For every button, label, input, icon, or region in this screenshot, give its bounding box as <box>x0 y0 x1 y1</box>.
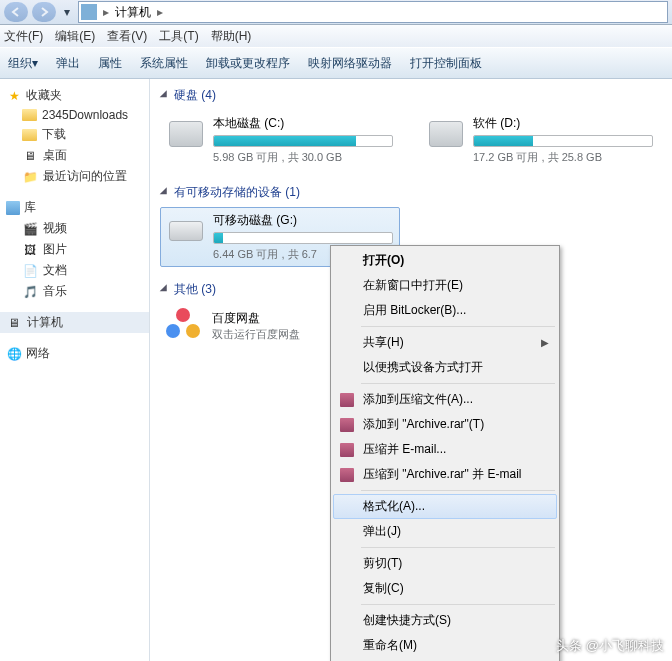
drive-label: 本地磁盘 (C:) <box>213 115 393 132</box>
triangle-icon <box>160 187 171 198</box>
drive-d[interactable]: 软件 (D:) 17.2 GB 可用 , 共 25.8 GB <box>420 110 660 170</box>
cm-portable[interactable]: 以便携式设备方式打开 <box>333 355 557 380</box>
sidebar-item-music[interactable]: 🎵音乐 <box>0 281 149 302</box>
sidebar-item-desktop[interactable]: 🖥桌面 <box>0 145 149 166</box>
cm-compress-to-email[interactable]: 压缩到 "Archive.rar" 并 E-mail <box>333 462 557 487</box>
menu-view[interactable]: 查看(V) <box>107 28 147 45</box>
cm-eject[interactable]: 弹出(J) <box>333 519 557 544</box>
capacity-bar <box>213 232 393 244</box>
sidebar: ★收藏夹 2345Downloads 下载 🖥桌面 📁最近访问的位置 库 🎬视频… <box>0 79 150 661</box>
back-button[interactable] <box>4 2 28 22</box>
rar-icon <box>339 392 355 408</box>
cm-bitlocker[interactable]: 启用 BitLocker(B)... <box>333 298 557 323</box>
menu-edit[interactable]: 编辑(E) <box>55 28 95 45</box>
cm-cut[interactable]: 剪切(T) <box>333 551 557 576</box>
sidebar-computer[interactable]: 🖥计算机 <box>0 312 149 333</box>
video-icon: 🎬 <box>22 221 38 237</box>
sidebar-item-video[interactable]: 🎬视频 <box>0 218 149 239</box>
image-icon: 🖼 <box>22 242 38 258</box>
sidebar-favorites[interactable]: ★收藏夹 <box>0 85 149 106</box>
cm-share[interactable]: 共享(H)▶ <box>333 330 557 355</box>
cm-format[interactable]: 格式化(A)... <box>333 494 557 519</box>
drive-c[interactable]: 本地磁盘 (C:) 5.98 GB 可用 , 共 30.0 GB <box>160 110 400 170</box>
separator <box>361 547 555 548</box>
cm-add-to-archive[interactable]: 添加到 "Archive.rar"(T) <box>333 412 557 437</box>
cm-compress-email[interactable]: 压缩并 E-mail... <box>333 437 557 462</box>
cm-rename[interactable]: 重命名(M) <box>333 633 557 658</box>
capacity-bar <box>473 135 653 147</box>
app-sub: 双击运行百度网盘 <box>212 327 300 342</box>
rar-icon <box>339 442 355 458</box>
cm-open[interactable]: 打开(O) <box>333 248 557 273</box>
drive-stat: 5.98 GB 可用 , 共 30.0 GB <box>213 150 393 165</box>
drive-label: 软件 (D:) <box>473 115 653 132</box>
document-icon: 📄 <box>22 263 38 279</box>
drive-label: 可移动磁盘 (G:) <box>213 212 393 229</box>
recent-icon: 📁 <box>22 169 38 185</box>
star-icon: ★ <box>6 88 22 104</box>
folder-icon <box>22 109 37 121</box>
hdd-icon <box>167 115 205 153</box>
cm-shortcut[interactable]: 创建快捷方式(S) <box>333 608 557 633</box>
tool-properties[interactable]: 属性 <box>98 55 122 72</box>
hdd-icon <box>427 115 465 153</box>
drive-stat: 17.2 GB 可用 , 共 25.8 GB <box>473 150 653 165</box>
rar-icon <box>339 467 355 483</box>
network-icon: 🌐 <box>6 346 22 362</box>
menubar: 文件(F) 编辑(E) 查看(V) 工具(T) 帮助(H) <box>0 25 672 47</box>
sidebar-item-downloads[interactable]: 2345Downloads <box>0 106 149 124</box>
usb-icon <box>167 212 205 250</box>
cm-new-window[interactable]: 在新窗口中打开(E) <box>333 273 557 298</box>
context-menu: 打开(O) 在新窗口中打开(E) 启用 BitLocker(B)... 共享(H… <box>330 245 560 661</box>
sidebar-library[interactable]: 库 <box>0 197 149 218</box>
separator <box>361 326 555 327</box>
tool-sysprops[interactable]: 系统属性 <box>140 55 188 72</box>
baidu-netdisk-icon <box>166 308 202 344</box>
separator <box>361 490 555 491</box>
menu-tools[interactable]: 工具(T) <box>159 28 198 45</box>
cm-add-archive[interactable]: 添加到压缩文件(A)... <box>333 387 557 412</box>
menu-help[interactable]: 帮助(H) <box>211 28 252 45</box>
sidebar-item-pictures[interactable]: 🖼图片 <box>0 239 149 260</box>
computer-icon: 🖥 <box>6 315 22 331</box>
folder-icon <box>22 129 37 141</box>
app-name: 百度网盘 <box>212 310 300 327</box>
tool-ctrlpanel[interactable]: 打开控制面板 <box>410 55 482 72</box>
history-dropdown[interactable]: ▾ <box>60 2 74 22</box>
category-hdd[interactable]: 硬盘 (4) <box>160 87 662 104</box>
address-bar[interactable]: ▸ 计算机 ▸ <box>78 1 668 23</box>
computer-icon <box>81 4 97 20</box>
chevron-right-icon[interactable]: ▸ <box>155 5 165 19</box>
tool-mapdrive[interactable]: 映射网络驱动器 <box>308 55 392 72</box>
library-icon <box>6 201 20 215</box>
separator <box>361 383 555 384</box>
menu-file[interactable]: 文件(F) <box>4 28 43 45</box>
tool-uninstall[interactable]: 卸载或更改程序 <box>206 55 290 72</box>
toolbar: 组织 ▾ 弹出 属性 系统属性 卸载或更改程序 映射网络驱动器 打开控制面板 <box>0 47 672 79</box>
sidebar-network[interactable]: 🌐网络 <box>0 343 149 364</box>
separator <box>361 604 555 605</box>
chevron-right-icon[interactable]: ▸ <box>101 5 111 19</box>
tool-eject[interactable]: 弹出 <box>56 55 80 72</box>
triangle-icon <box>160 90 171 101</box>
breadcrumb-computer[interactable]: 计算机 <box>111 4 155 21</box>
capacity-bar <box>213 135 393 147</box>
sidebar-item-download[interactable]: 下载 <box>0 124 149 145</box>
titlebar: ▾ ▸ 计算机 ▸ <box>0 0 672 25</box>
sidebar-item-documents[interactable]: 📄文档 <box>0 260 149 281</box>
forward-button[interactable] <box>32 2 56 22</box>
rar-icon <box>339 417 355 433</box>
tool-organize[interactable]: 组织 ▾ <box>8 55 38 72</box>
sidebar-item-recent[interactable]: 📁最近访问的位置 <box>0 166 149 187</box>
music-icon: 🎵 <box>22 284 38 300</box>
desktop-icon: 🖥 <box>22 148 38 164</box>
cm-copy[interactable]: 复制(C) <box>333 576 557 601</box>
chevron-right-icon: ▶ <box>541 337 549 348</box>
category-removable[interactable]: 有可移动存储的设备 (1) <box>160 184 662 201</box>
triangle-icon <box>160 284 171 295</box>
watermark: 头条 @小飞聊科技 <box>556 637 664 655</box>
